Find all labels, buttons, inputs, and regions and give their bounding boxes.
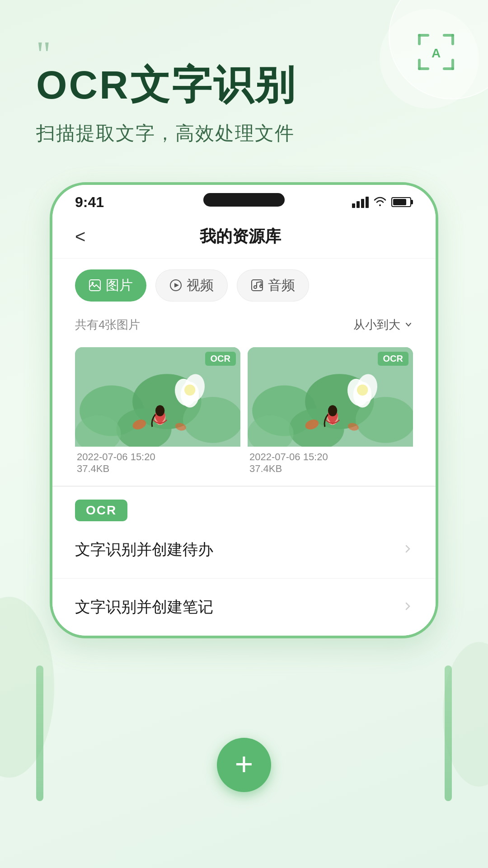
ocr-menu-item-note[interactable]: 文字识别并创建笔记 [52, 579, 436, 636]
image-tab-icon [89, 279, 101, 292]
page-subtitle: 扫描提取文字，高效处理文件 [36, 121, 461, 146]
svg-point-10 [92, 282, 94, 284]
image-count: 共有4张图片 [75, 317, 140, 333]
signal-bar-1 [352, 203, 355, 208]
nav-bar: < 我的资源库 [52, 215, 436, 259]
image-thumb-1: OCR [75, 347, 240, 447]
fab-add-button[interactable]: + [217, 738, 271, 792]
status-icons [352, 195, 413, 209]
nav-title: 我的资源库 [94, 226, 386, 248]
audio-tab-icon [251, 279, 263, 292]
ocr-badge-1: OCR [205, 352, 236, 366]
svg-point-43 [328, 405, 337, 416]
tab-images-label: 图片 [106, 276, 133, 295]
quote-decoration: " [36, 36, 461, 72]
ocr-panel: OCR 文字识别并创建待办 文字识别并创建笔记 [52, 486, 436, 636]
tab-videos-label: 视频 [187, 276, 214, 295]
signal-bar-3 [361, 199, 364, 208]
tab-audio-label: 音频 [268, 276, 295, 295]
tab-audio[interactable]: 音频 [237, 269, 309, 302]
tab-images[interactable]: 图片 [75, 269, 146, 302]
image-thumb-2: OCR [248, 347, 413, 447]
svg-point-28 [155, 405, 164, 416]
image-card-1[interactable]: OCR 2022-07-06 15:20 37.4KB [75, 347, 240, 476]
bottom-bar-right [445, 665, 452, 801]
header-section: A " OCR文字识别 扫描提取文字，高效处理文件 [0, 0, 488, 164]
signal-icon [352, 197, 369, 208]
image-grid: OCR 2022-07-06 15:20 37.4KB [52, 340, 436, 486]
image-date-2: 2022-07-06 15:20 [249, 451, 411, 463]
image-meta-2: 2022-07-06 15:20 37.4KB [248, 447, 413, 476]
video-tab-icon [169, 279, 182, 292]
image-size-1: 37.4KB [77, 463, 239, 475]
sort-selector[interactable]: 从小到大 [353, 317, 413, 333]
image-size-2: 37.4KB [249, 463, 411, 475]
ocr-label-badge: OCR [75, 500, 127, 521]
phone-mockup: 9:41 [50, 182, 438, 638]
ocr-menu-text-todo: 文字识别并创建待办 [75, 539, 213, 560]
sort-label: 从小到大 [353, 317, 400, 333]
dynamic-island [203, 193, 285, 207]
image-card-2[interactable]: OCR 2022-07-06 15:20 37.4KB [248, 347, 413, 476]
filter-tabs-container: 图片 视频 音频 [52, 259, 436, 312]
signal-bar-4 [366, 197, 369, 208]
tab-videos[interactable]: 视频 [155, 269, 228, 302]
ocr-menu-item-todo[interactable]: 文字识别并创建待办 [52, 521, 436, 579]
svg-point-26 [184, 384, 195, 395]
fab-plus-icon: + [235, 748, 253, 780]
sort-chevron-icon [404, 320, 413, 329]
wifi-icon [373, 195, 387, 209]
image-meta-1: 2022-07-06 15:20 37.4KB [75, 447, 240, 476]
chevron-right-icon-1 [402, 542, 413, 557]
back-button[interactable]: < [75, 224, 94, 249]
status-bar: 9:41 [52, 185, 436, 215]
image-date-1: 2022-07-06 15:20 [77, 451, 239, 463]
svg-point-41 [357, 384, 368, 395]
svg-marker-12 [174, 283, 179, 288]
battery-icon [391, 197, 413, 207]
signal-bar-2 [357, 201, 360, 208]
ocr-menu-text-note: 文字识别并创建笔记 [75, 597, 213, 618]
bottom-bar-left [36, 665, 43, 801]
bottom-section: + [0, 638, 488, 828]
ocr-panel-header: OCR [52, 487, 436, 521]
chevron-right-icon-2 [402, 599, 413, 615]
ocr-badge-2: OCR [378, 352, 408, 366]
status-time: 9:41 [75, 194, 104, 211]
count-bar: 共有4张图片 从小到大 [52, 312, 436, 340]
